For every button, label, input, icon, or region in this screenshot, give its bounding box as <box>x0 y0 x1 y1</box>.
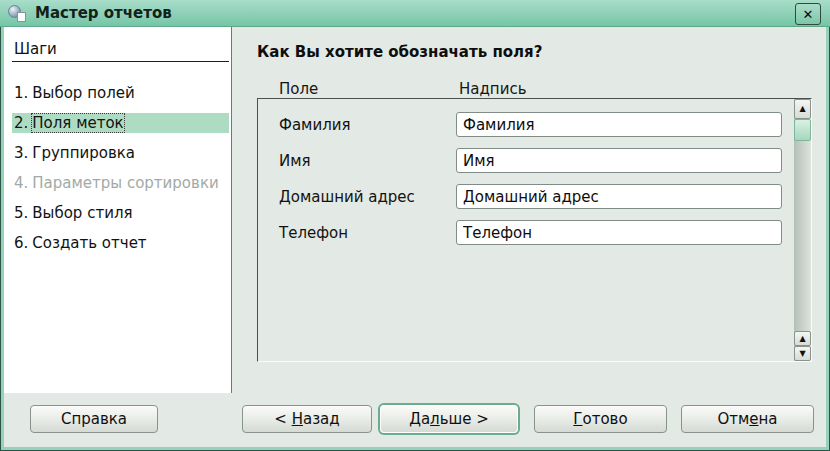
vertical-scrollbar[interactable]: ▲ ▲ ▼ <box>794 99 811 361</box>
page-title: Как Вы хотите обозначать поля? <box>257 43 542 61</box>
scrollbar-thumb[interactable] <box>794 119 811 141</box>
sidebar-item-sort-options: 4.Параметры сортировки <box>12 173 229 193</box>
titlebar[interactable]: Мастер отчетов ✕ <box>0 0 830 27</box>
sidebar-item-choose-layout[interactable]: 5.Выбор стиля <box>12 203 229 223</box>
window-title: Мастер отчетов <box>35 4 172 22</box>
cancel-button[interactable]: Отмена <box>681 405 814 433</box>
sidebar-item-grouping[interactable]: 3.Группировка <box>12 143 229 163</box>
steps-list: 1.Выбор полей 2.Поля меток 3.Группировка… <box>4 83 231 253</box>
field-name-label: Фамилия <box>279 116 351 134</box>
label-input-firstname[interactable] <box>456 148 782 173</box>
label-input-home-address[interactable] <box>456 184 782 209</box>
field-name-label: Имя <box>279 152 311 170</box>
scroll-up-icon[interactable]: ▲ <box>794 99 811 119</box>
column-header-label: Надпись <box>459 80 527 98</box>
field-row: Фамилия <box>258 112 793 137</box>
document-icon <box>17 12 26 22</box>
label-input-surname[interactable] <box>456 112 782 137</box>
sidebar-item-labeling-fields[interactable]: 2.Поля меток <box>12 113 229 133</box>
column-header-field: Поле <box>279 80 318 98</box>
steps-header: Шаги <box>12 40 229 62</box>
field-name-label: Телефон <box>279 224 348 242</box>
finish-button[interactable]: Готово <box>534 405 667 433</box>
field-row: Имя <box>258 148 793 173</box>
help-button[interactable]: Справка <box>30 405 158 433</box>
field-row: Домашний адрес <box>258 184 793 209</box>
steps-sidebar: Шаги 1.Выбор полей 2.Поля меток 3.Группи… <box>4 27 232 393</box>
field-name-label: Домашний адрес <box>279 188 415 206</box>
button-row: Справка < Назад Дальше > Готово Отмена <box>4 393 826 447</box>
main-panel: Как Вы хотите обозначать поля? Поле Надп… <box>232 27 826 393</box>
sidebar-item-create-report[interactable]: 6.Создать отчет <box>12 233 229 253</box>
close-button[interactable]: ✕ <box>795 3 821 25</box>
field-row: Телефон <box>258 220 793 245</box>
field-label-panel: Фамилия Имя Домашний адрес Телефон ▲ ▲ ▼ <box>257 98 812 362</box>
next-button[interactable]: Дальше > <box>380 405 518 433</box>
scroll-down-icon[interactable]: ▼ <box>794 346 811 361</box>
label-input-phone[interactable] <box>456 220 782 245</box>
sidebar-item-select-fields[interactable]: 1.Выбор полей <box>12 83 229 103</box>
scroll-up-icon[interactable]: ▲ <box>794 331 811 346</box>
scrollbar-track[interactable] <box>794 141 811 331</box>
dialog-body: Шаги 1.Выбор полей 2.Поля меток 3.Группи… <box>4 27 826 447</box>
report-wizard-icon <box>8 5 27 22</box>
back-button[interactable]: < Назад <box>242 405 372 433</box>
